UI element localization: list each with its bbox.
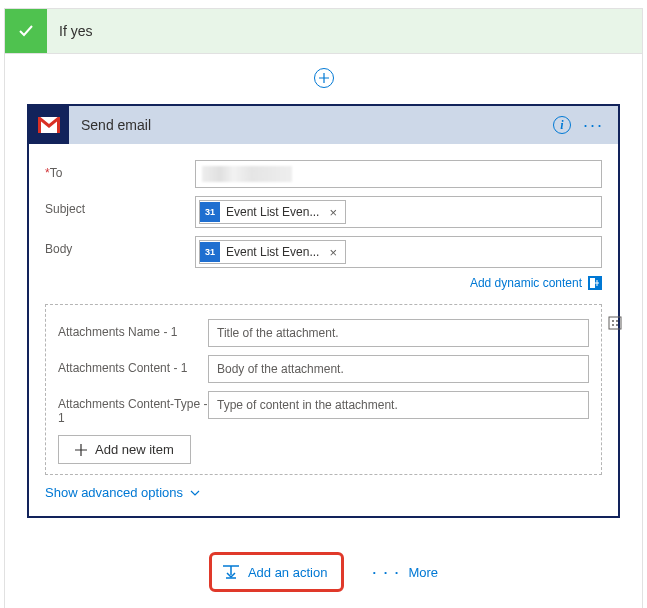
picker-icon[interactable] [607,315,623,331]
subject-input[interactable]: 31 Event List Even... × [195,196,602,228]
add-action-label: Add an action [248,565,328,580]
condition-branch-card: If yes Send email i ··· * [4,8,643,608]
condition-title: If yes [47,9,104,53]
add-new-item-button[interactable]: Add new item [58,435,191,464]
attachment-type-row: Attachments Content-Type - 1 [58,391,589,425]
action-header[interactable]: Send email i ··· [29,106,618,144]
attachment-type-input[interactable] [208,391,589,419]
add-step-button[interactable] [314,68,334,88]
more-label: More [408,565,438,580]
svg-point-5 [612,324,614,326]
body-input[interactable]: 31 Event List Even... × [195,236,602,268]
footer-actions: Add an action · · · More [5,532,642,608]
condition-header: If yes [5,9,642,54]
add-dynamic-content-link[interactable]: Add dynamic content [470,276,582,290]
ellipsis-icon: · · · [372,565,400,580]
action-title: Send email [69,106,553,144]
token-label: Event List Even... [226,245,319,259]
svg-rect-1 [590,278,595,288]
attachments-group: Attachments Name - 1 Attachments Content… [45,304,602,475]
body-field-row: Body 31 Event List Even... × [45,236,602,268]
show-advanced-options-link[interactable]: Show advanced options [45,475,201,508]
action-header-controls: i ··· [553,106,618,144]
remove-token-icon[interactable]: × [325,205,341,220]
add-action-button[interactable]: Add an action [209,552,345,592]
attachment-content-input[interactable] [208,355,589,383]
dynamic-content-icon[interactable] [588,276,602,290]
attachment-content-label: Attachments Content - 1 [58,355,208,375]
gmail-icon [29,106,69,144]
to-input[interactable] [195,160,602,188]
to-label: *To [45,160,195,180]
more-options-icon[interactable]: ··· [583,116,604,134]
attachment-content-row: Attachments Content - 1 [58,355,589,383]
action-form: *To Subject 31 Event List Even... × [29,144,618,516]
add-new-item-label: Add new item [95,442,174,457]
svg-point-4 [616,320,618,322]
attachment-name-row: Attachments Name - 1 [58,319,589,347]
svg-rect-2 [609,317,621,329]
attachment-type-label: Attachments Content-Type - 1 [58,391,208,425]
body-token[interactable]: 31 Event List Even... × [199,240,346,264]
to-field-row: *To [45,160,602,188]
subject-field-row: Subject 31 Event List Even... × [45,196,602,228]
attachment-name-input[interactable] [208,319,589,347]
add-action-icon [222,564,240,580]
plus-icon [75,444,87,456]
insert-step-row [5,54,642,104]
svg-point-3 [612,320,614,322]
more-link[interactable]: · · · More [372,565,438,580]
body-label: Body [45,236,195,256]
check-icon [5,9,47,53]
calendar-icon: 31 [200,242,220,262]
svg-point-6 [616,324,618,326]
remove-token-icon[interactable]: × [325,245,341,260]
token-label: Event List Even... [226,205,319,219]
attachment-name-label: Attachments Name - 1 [58,319,208,339]
chevron-down-icon [189,487,201,499]
advanced-options-label: Show advanced options [45,485,183,500]
dynamic-content-row: Add dynamic content [45,276,602,290]
calendar-icon: 31 [200,202,220,222]
info-icon[interactable]: i [553,116,571,134]
subject-label: Subject [45,196,195,216]
action-card: Send email i ··· *To Subject 31 [27,104,620,518]
subject-token[interactable]: 31 Event List Even... × [199,200,346,224]
